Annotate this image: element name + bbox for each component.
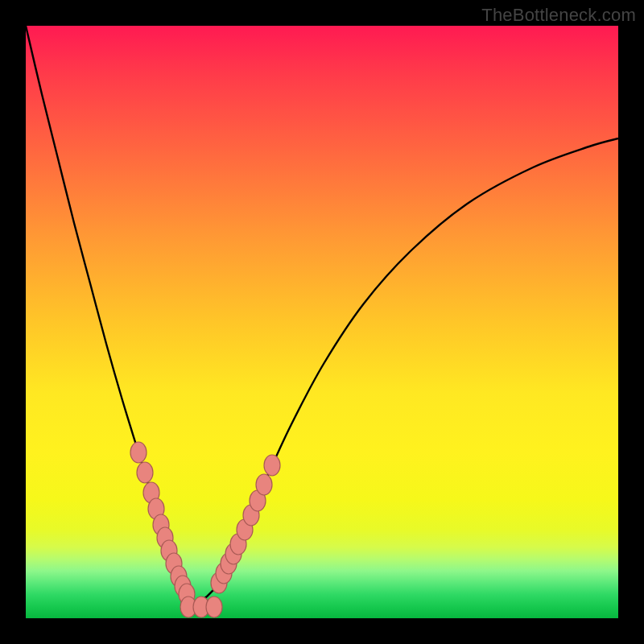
bead-marker	[137, 462, 153, 483]
bead-marker	[264, 455, 280, 476]
frame: TheBottleneck.com	[0, 0, 644, 644]
watermark-text: TheBottleneck.com	[481, 5, 636, 26]
bead-marker	[206, 597, 222, 617]
bead-marker	[256, 474, 272, 495]
curve-left-branch	[26, 26, 195, 604]
bead-marker	[130, 442, 147, 463]
curve-right-branch	[195, 138, 618, 604]
plot-area	[26, 26, 618, 618]
bottleneck-curve	[26, 26, 618, 618]
